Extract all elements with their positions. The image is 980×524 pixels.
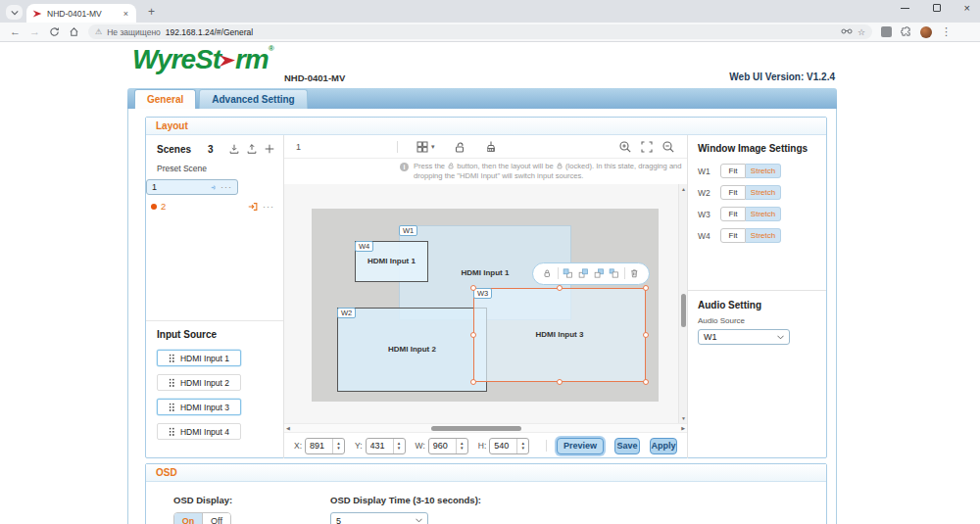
zoom-in-button[interactable] xyxy=(618,140,632,154)
send-backward-icon[interactable] xyxy=(594,267,605,279)
address-bar[interactable]: ⚠ Не защищено 192.168.1.24/#/General ☆ xyxy=(88,24,872,39)
security-badge[interactable]: Не защищено xyxy=(107,27,161,37)
extensions-puzzle-icon[interactable] xyxy=(901,24,911,41)
export-scene-icon[interactable] xyxy=(246,143,258,155)
osd-on-button[interactable]: On xyxy=(174,513,203,524)
fit-button-w4[interactable]: Fit xyxy=(720,228,746,243)
drag-handle-icon[interactable] xyxy=(169,378,174,387)
canvas-horizontal-scrollbar[interactable]: ◀ ▶ xyxy=(284,423,687,432)
stepper-arrows-icon[interactable]: ▴▾ xyxy=(516,439,528,453)
resize-handle[interactable] xyxy=(643,285,649,291)
y-input[interactable] xyxy=(367,439,393,453)
save-button[interactable]: Save xyxy=(614,438,640,454)
lock-window-icon[interactable] xyxy=(542,267,553,279)
canvas-vertical-scrollbar[interactable]: ▲ ▼ xyxy=(678,184,687,424)
stretch-button-w1[interactable]: Stretch xyxy=(746,164,781,178)
preview-button[interactable]: Preview xyxy=(557,438,604,454)
layout-grid-menu[interactable]: ▾ xyxy=(416,140,435,154)
stretch-button-w3[interactable]: Stretch xyxy=(746,207,781,221)
menu-kebab-icon[interactable]: ⋮ xyxy=(941,26,952,37)
resize-handle[interactable] xyxy=(557,285,563,291)
w-stepper[interactable]: ▴▾ xyxy=(428,438,468,454)
window-w2[interactable]: W2 HDMI Input 2 xyxy=(337,308,487,392)
w-input[interactable] xyxy=(429,439,456,453)
audio-source-select[interactable]: W1 xyxy=(698,329,790,345)
tab-close-icon[interactable]: × xyxy=(122,9,130,19)
tab-search-button[interactable] xyxy=(6,5,23,20)
new-tab-button[interactable]: + xyxy=(144,5,159,19)
window-w3-selected[interactable]: W3 HDMI Input 3 xyxy=(473,288,646,382)
stretch-button-w4[interactable]: Stretch xyxy=(746,228,781,243)
close-icon[interactable]: × xyxy=(964,4,970,12)
layout-canvas[interactable]: W1 HDMI Input 1 W4 HDMI Input 1 W2 HDMI … xyxy=(284,184,687,424)
x-input[interactable] xyxy=(306,439,332,453)
window-w4[interactable]: W4 HDMI Input 1 xyxy=(355,241,428,282)
input-source-hdmi-3[interactable]: HDMI Input 3 xyxy=(157,399,241,415)
url-text[interactable]: 192.168.1.24/#/General xyxy=(166,27,253,37)
resize-handle[interactable] xyxy=(470,332,476,338)
send-to-back-icon[interactable] xyxy=(609,267,619,279)
stepper-arrows-icon[interactable]: ▴▾ xyxy=(456,439,467,453)
add-scene-icon[interactable] xyxy=(264,143,275,155)
osd-time-select[interactable]: 5 xyxy=(330,512,428,524)
password-manager-icon[interactable] xyxy=(841,27,853,37)
broom-icon xyxy=(484,140,498,154)
bookmark-star-icon[interactable]: ☆ xyxy=(858,27,865,37)
vertical-scroll-thumb[interactable] xyxy=(681,294,686,327)
delete-window-icon[interactable] xyxy=(629,267,640,279)
resize-handle[interactable] xyxy=(557,379,563,385)
x-stepper[interactable]: ▴▾ xyxy=(305,438,345,454)
input-source-hdmi-1[interactable]: HDMI Input 1 xyxy=(157,350,241,366)
input-source-hdmi-4[interactable]: HDMI Input 4 xyxy=(157,423,241,440)
scene-more-icon[interactable]: ··· xyxy=(220,182,232,192)
drag-handle-icon[interactable] xyxy=(169,427,174,436)
reload-icon[interactable] xyxy=(49,26,60,37)
y-stepper[interactable]: ▴▾ xyxy=(366,438,406,454)
fit-button-w1[interactable]: Fit xyxy=(720,164,746,178)
fullscreen-fit-icon xyxy=(640,140,654,154)
bring-to-front-icon[interactable] xyxy=(578,267,589,279)
extension-icon[interactable] xyxy=(881,26,892,37)
scroll-up-arrow[interactable]: ▲ xyxy=(681,186,686,192)
stepper-arrows-icon[interactable]: ▴▾ xyxy=(393,439,405,453)
resize-handle[interactable] xyxy=(643,332,649,338)
stretch-button-w2[interactable]: Stretch xyxy=(746,185,781,200)
lock-layout-button[interactable] xyxy=(453,140,466,154)
scene-more-icon[interactable]: ··· xyxy=(263,202,274,212)
audio-setting-title: Audio Setting xyxy=(698,300,816,310)
bring-forward-icon[interactable] xyxy=(563,267,573,279)
profile-avatar[interactable] xyxy=(920,26,932,38)
drag-handle-icon[interactable] xyxy=(169,354,174,362)
input-source-hdmi-2[interactable]: HDMI Input 2 xyxy=(157,374,241,391)
home-icon[interactable] xyxy=(69,26,79,37)
scroll-left-arrow[interactable]: ◀ xyxy=(286,425,290,431)
minimize-icon[interactable] xyxy=(901,8,909,9)
resize-handle[interactable] xyxy=(470,379,476,385)
stepper-arrows-icon[interactable]: ▴▾ xyxy=(332,439,344,453)
apply-button[interactable]: Apply xyxy=(650,438,677,454)
tab-general[interactable]: General xyxy=(134,89,196,109)
clear-layout-button[interactable] xyxy=(484,140,498,154)
back-icon[interactable]: ← xyxy=(10,26,21,37)
fit-button-w2[interactable]: Fit xyxy=(720,185,746,200)
scene-row-2[interactable]: 2 ··· xyxy=(146,195,283,217)
scroll-down-arrow[interactable]: ▼ xyxy=(681,415,686,421)
tab-advanced-setting[interactable]: Advanced Setting xyxy=(199,89,307,109)
load-scene-icon[interactable] xyxy=(247,201,259,213)
fit-button-w3[interactable]: Fit xyxy=(720,207,746,221)
resize-handle[interactable] xyxy=(643,379,649,385)
import-scene-icon[interactable] xyxy=(228,143,240,155)
resize-handle[interactable] xyxy=(470,285,476,291)
osd-off-button[interactable]: Off xyxy=(203,513,230,524)
h-input[interactable] xyxy=(490,439,516,453)
load-scene-icon[interactable] xyxy=(210,185,217,190)
scene-row-1[interactable]: 1 ··· xyxy=(146,179,238,195)
drag-handle-icon[interactable] xyxy=(169,403,174,411)
browser-tab[interactable]: NHD-0401-MV × xyxy=(26,4,136,23)
maximize-icon[interactable] xyxy=(933,4,941,12)
h-stepper[interactable]: ▴▾ xyxy=(489,438,529,454)
scroll-right-arrow[interactable]: ▶ xyxy=(681,425,685,431)
zoom-out-button[interactable] xyxy=(662,140,675,154)
horizontal-scroll-thumb[interactable] xyxy=(431,426,521,431)
fit-view-button[interactable] xyxy=(640,140,654,154)
